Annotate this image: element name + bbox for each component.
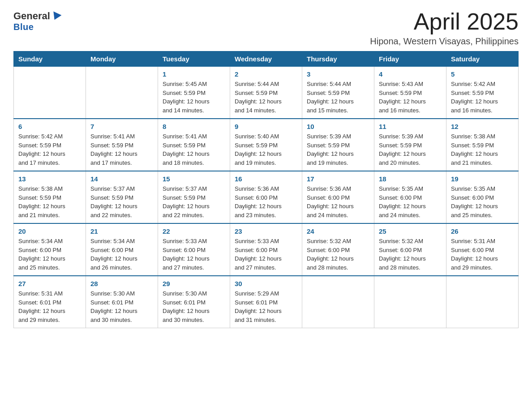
day-number: 5 [451, 70, 514, 78]
logo-blue: Blue [13, 22, 34, 32]
calendar-cell: 8Sunrise: 5:41 AM Sunset: 5:59 PM Daylig… [158, 119, 230, 171]
day-info: Sunrise: 5:34 AM Sunset: 6:00 PM Dayligh… [90, 237, 153, 272]
logo-general: General [13, 11, 50, 21]
day-info: Sunrise: 5:39 AM Sunset: 5:59 PM Dayligh… [379, 132, 442, 167]
day-number: 26 [451, 227, 514, 235]
calendar-cell: 3Sunrise: 5:44 AM Sunset: 5:59 PM Daylig… [302, 67, 374, 119]
day-number: 3 [307, 70, 369, 78]
day-info: Sunrise: 5:38 AM Sunset: 5:59 PM Dayligh… [451, 132, 514, 167]
day-info: Sunrise: 5:45 AM Sunset: 5:59 PM Dayligh… [163, 80, 225, 115]
day-number: 4 [379, 70, 442, 78]
day-info: Sunrise: 5:35 AM Sunset: 6:00 PM Dayligh… [379, 184, 442, 219]
calendar-cell: 18Sunrise: 5:35 AM Sunset: 6:00 PM Dayli… [374, 171, 446, 223]
day-number: 11 [379, 123, 442, 130]
calendar-title: April 2025 [370, 9, 519, 34]
calendar-cell [446, 276, 519, 328]
day-number: 20 [18, 227, 81, 235]
day-number: 1 [163, 70, 225, 78]
calendar-cell: 15Sunrise: 5:37 AM Sunset: 5:59 PM Dayli… [158, 171, 230, 223]
calendar-cell: 22Sunrise: 5:33 AM Sunset: 6:00 PM Dayli… [158, 223, 230, 276]
calendar-cell: 9Sunrise: 5:40 AM Sunset: 5:59 PM Daylig… [230, 119, 302, 171]
day-info: Sunrise: 5:36 AM Sunset: 6:00 PM Dayligh… [307, 184, 369, 219]
day-info: Sunrise: 5:33 AM Sunset: 6:00 PM Dayligh… [235, 237, 297, 272]
day-info: Sunrise: 5:44 AM Sunset: 5:59 PM Dayligh… [235, 80, 297, 115]
day-info: Sunrise: 5:31 AM Sunset: 6:00 PM Dayligh… [451, 237, 514, 272]
calendar-cell: 7Sunrise: 5:41 AM Sunset: 5:59 PM Daylig… [86, 119, 158, 171]
calendar-cell [302, 276, 374, 328]
day-info: Sunrise: 5:44 AM Sunset: 5:59 PM Dayligh… [307, 80, 369, 115]
calendar-cell [374, 276, 446, 328]
day-number: 10 [307, 123, 369, 130]
calendar-cell: 2Sunrise: 5:44 AM Sunset: 5:59 PM Daylig… [230, 67, 302, 119]
day-info: Sunrise: 5:41 AM Sunset: 5:59 PM Dayligh… [163, 132, 225, 167]
logo-text: General [13, 11, 60, 21]
calendar-cell: 26Sunrise: 5:31 AM Sunset: 6:00 PM Dayli… [446, 223, 519, 276]
weekday-header-tuesday: Tuesday [158, 51, 230, 67]
day-number: 28 [90, 280, 153, 287]
calendar-cell: 11Sunrise: 5:39 AM Sunset: 5:59 PM Dayli… [374, 119, 446, 171]
weekday-header-thursday: Thursday [302, 51, 374, 67]
day-number: 14 [90, 175, 153, 183]
calendar-cell: 27Sunrise: 5:31 AM Sunset: 6:01 PM Dayli… [14, 276, 86, 328]
weekday-header-row: SundayMondayTuesdayWednesdayThursdayFrid… [14, 51, 519, 67]
day-number: 18 [379, 175, 442, 183]
calendar-cell: 16Sunrise: 5:36 AM Sunset: 6:00 PM Dayli… [230, 171, 302, 223]
calendar-cell: 1Sunrise: 5:45 AM Sunset: 5:59 PM Daylig… [158, 67, 230, 119]
day-info: Sunrise: 5:38 AM Sunset: 5:59 PM Dayligh… [18, 184, 81, 219]
calendar-cell [86, 67, 158, 119]
page-header: General Blue April 2025 Hipona, Western … [13, 9, 519, 47]
week-row-5: 27Sunrise: 5:31 AM Sunset: 6:01 PM Dayli… [14, 276, 519, 328]
calendar-cell: 28Sunrise: 5:30 AM Sunset: 6:01 PM Dayli… [86, 276, 158, 328]
day-number: 12 [451, 123, 514, 130]
week-row-3: 13Sunrise: 5:38 AM Sunset: 5:59 PM Dayli… [14, 171, 519, 223]
day-number: 13 [18, 175, 81, 183]
day-info: Sunrise: 5:32 AM Sunset: 6:00 PM Dayligh… [307, 237, 369, 272]
day-number: 17 [307, 175, 369, 183]
title-block: April 2025 Hipona, Western Visayas, Phil… [370, 9, 519, 47]
calendar-table: SundayMondayTuesdayWednesdayThursdayFrid… [13, 51, 519, 328]
day-number: 24 [307, 227, 369, 235]
weekday-header-saturday: Saturday [446, 51, 519, 67]
weekday-header-monday: Monday [86, 51, 158, 67]
day-number: 22 [163, 227, 225, 235]
day-info: Sunrise: 5:43 AM Sunset: 5:59 PM Dayligh… [379, 80, 442, 115]
day-number: 2 [235, 70, 297, 78]
calendar-cell: 20Sunrise: 5:34 AM Sunset: 6:00 PM Dayli… [14, 223, 86, 276]
calendar-cell: 10Sunrise: 5:39 AM Sunset: 5:59 PM Dayli… [302, 119, 374, 171]
day-number: 9 [235, 123, 297, 130]
calendar-cell: 30Sunrise: 5:29 AM Sunset: 6:01 PM Dayli… [230, 276, 302, 328]
calendar-cell: 21Sunrise: 5:34 AM Sunset: 6:00 PM Dayli… [86, 223, 158, 276]
day-info: Sunrise: 5:37 AM Sunset: 5:59 PM Dayligh… [90, 184, 153, 219]
weekday-header-sunday: Sunday [14, 51, 86, 67]
day-info: Sunrise: 5:39 AM Sunset: 5:59 PM Dayligh… [307, 132, 369, 167]
day-number: 15 [163, 175, 225, 183]
calendar-cell: 23Sunrise: 5:33 AM Sunset: 6:00 PM Dayli… [230, 223, 302, 276]
calendar-cell: 29Sunrise: 5:30 AM Sunset: 6:01 PM Dayli… [158, 276, 230, 328]
weekday-header-friday: Friday [374, 51, 446, 67]
calendar-cell: 14Sunrise: 5:37 AM Sunset: 5:59 PM Dayli… [86, 171, 158, 223]
day-number: 8 [163, 123, 225, 130]
day-info: Sunrise: 5:36 AM Sunset: 6:00 PM Dayligh… [235, 184, 297, 219]
day-number: 23 [235, 227, 297, 235]
week-row-2: 6Sunrise: 5:42 AM Sunset: 5:59 PM Daylig… [14, 119, 519, 171]
calendar-cell: 13Sunrise: 5:38 AM Sunset: 5:59 PM Dayli… [14, 171, 86, 223]
day-info: Sunrise: 5:41 AM Sunset: 5:59 PM Dayligh… [90, 132, 153, 167]
day-info: Sunrise: 5:30 AM Sunset: 6:01 PM Dayligh… [90, 289, 153, 324]
day-info: Sunrise: 5:42 AM Sunset: 5:59 PM Dayligh… [18, 132, 81, 167]
calendar-cell: 4Sunrise: 5:43 AM Sunset: 5:59 PM Daylig… [374, 67, 446, 119]
day-info: Sunrise: 5:33 AM Sunset: 6:00 PM Dayligh… [163, 237, 225, 272]
calendar-cell: 12Sunrise: 5:38 AM Sunset: 5:59 PM Dayli… [446, 119, 519, 171]
calendar-cell: 19Sunrise: 5:35 AM Sunset: 6:00 PM Dayli… [446, 171, 519, 223]
day-info: Sunrise: 5:32 AM Sunset: 6:00 PM Dayligh… [379, 237, 442, 272]
day-number: 25 [379, 227, 442, 235]
day-info: Sunrise: 5:37 AM Sunset: 5:59 PM Dayligh… [163, 184, 225, 219]
day-info: Sunrise: 5:42 AM Sunset: 5:59 PM Dayligh… [451, 80, 514, 115]
day-number: 19 [451, 175, 514, 183]
day-info: Sunrise: 5:31 AM Sunset: 6:01 PM Dayligh… [18, 289, 81, 324]
calendar-cell: 25Sunrise: 5:32 AM Sunset: 6:00 PM Dayli… [374, 223, 446, 276]
day-info: Sunrise: 5:35 AM Sunset: 6:00 PM Dayligh… [451, 184, 514, 219]
day-number: 29 [163, 280, 225, 287]
calendar-cell: 6Sunrise: 5:42 AM Sunset: 5:59 PM Daylig… [14, 119, 86, 171]
week-row-1: 1Sunrise: 5:45 AM Sunset: 5:59 PM Daylig… [14, 67, 519, 119]
day-info: Sunrise: 5:30 AM Sunset: 6:01 PM Dayligh… [163, 289, 225, 324]
